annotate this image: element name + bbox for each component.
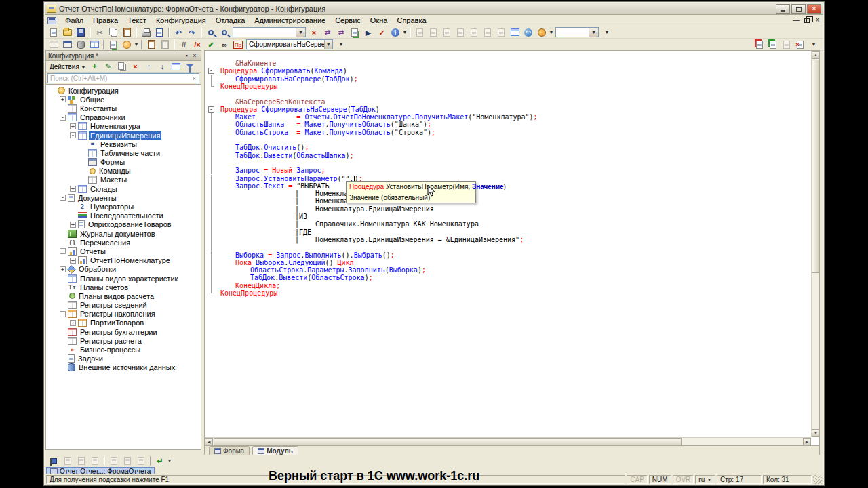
edit-icon[interactable]: ✎	[102, 61, 115, 72]
tree-item-Регистры накопления[interactable]: -Регистры накопления	[46, 310, 201, 319]
tree-item-Задачи[interactable]: Задачи	[46, 354, 201, 363]
procedure-combo-dropdown-icon[interactable]: ▼	[324, 40, 332, 49]
find-icon[interactable]	[205, 27, 217, 38]
panel-pin-icon[interactable]: ▪	[182, 52, 191, 59]
tree-item-Отчеты[interactable]: -Отчеты	[46, 247, 201, 256]
stop-debug-icon[interactable]	[495, 27, 507, 38]
prev-bookmark-icon[interactable]	[75, 455, 87, 466]
tree-item-Планы счетов[interactable]: ТтПланы счетов	[46, 283, 201, 291]
indent-right-icon[interactable]	[121, 455, 134, 466]
tree-item-Табличные части[interactable]: Табличные части	[46, 148, 201, 157]
comment-icon[interactable]: //	[178, 39, 190, 50]
more-buttons-icon[interactable]: ▼	[601, 27, 613, 38]
collapse-icon[interactable]: -	[60, 195, 66, 201]
undo-icon[interactable]: ↶	[172, 27, 184, 38]
mdi-close-button[interactable]: ×	[812, 16, 823, 25]
find-next-icon[interactable]	[218, 27, 231, 38]
menu-справка[interactable]: Справка	[392, 15, 431, 26]
menu-правка[interactable]: Правка	[88, 15, 123, 26]
next-bookmark-icon[interactable]	[62, 455, 74, 466]
timer-icon-dropdown[interactable]: ▼	[549, 30, 554, 35]
actions-menu-button[interactable]: Действия ▼	[47, 62, 88, 71]
goto-line-icon[interactable]	[349, 27, 361, 38]
tree-item-ОприходованиеТоваров[interactable]: +ОприходованиеТоваров	[46, 220, 201, 229]
scroll-down-icon[interactable]: ▼	[812, 429, 820, 437]
move-up-icon[interactable]: ↑	[143, 61, 155, 72]
run-to-cursor-icon[interactable]	[454, 27, 467, 38]
print-preview-icon[interactable]	[153, 27, 165, 38]
breakpoints-list-icon[interactable]	[481, 27, 494, 38]
panel-close-icon[interactable]: ×	[191, 52, 199, 59]
tree-item-Конфигурация[interactable]: Конфигурация	[46, 86, 201, 95]
check-module-icon[interactable]: ✓	[376, 27, 388, 38]
procedures-list-icon[interactable]: ∞	[218, 39, 231, 50]
tree-item-Реквизиты[interactable]: ≡Реквизиты	[46, 140, 201, 148]
help-icon[interactable]: i	[389, 27, 401, 38]
sort-icon[interactable]	[170, 61, 182, 72]
tree-item-Документы[interactable]: -Документы	[46, 193, 201, 202]
configuration-icon[interactable]	[47, 39, 60, 50]
language-indicator[interactable]: ru ▼	[695, 475, 715, 484]
clear-tree-search-icon[interactable]: ×	[190, 75, 199, 82]
tree-item-ЕдиницыИзмерения[interactable]: -ЕдиницыИзмерения	[46, 131, 201, 140]
tree-item-Макеты[interactable]: Макеты	[46, 176, 201, 184]
clear-search-icon[interactable]: ×	[308, 27, 320, 38]
step-over-icon[interactable]	[414, 27, 426, 38]
expand-icon[interactable]: +	[70, 186, 76, 192]
add-icon[interactable]: +	[89, 61, 101, 72]
menu-отладка[interactable]: Отладка	[211, 15, 250, 26]
menu-сервис[interactable]: Сервис	[330, 15, 366, 26]
measure-icon[interactable]	[509, 27, 521, 38]
filter-icon[interactable]	[184, 61, 196, 72]
window-next-icon[interactable]	[767, 39, 779, 50]
tree-item-Планы видов характеристик[interactable]: Планы видов характеристик	[46, 274, 201, 283]
start-debug-icon[interactable]: ▶	[362, 27, 374, 38]
save-copy-icon[interactable]	[145, 39, 157, 50]
collapse-icon[interactable]: -	[60, 248, 66, 254]
mdi-minimize-button[interactable]: —	[791, 16, 802, 25]
copy-icon[interactable]	[107, 27, 119, 38]
format-block-icon[interactable]	[108, 455, 120, 466]
fold-collapse-icon[interactable]: -	[207, 106, 214, 113]
save-icon[interactable]	[75, 27, 87, 38]
window-close-icon[interactable]: ×	[794, 39, 806, 50]
quick-search-combo-dropdown-icon[interactable]: ▼	[296, 28, 305, 37]
load-copy-icon[interactable]	[159, 39, 171, 50]
tree-item-Справочники[interactable]: -Справочники	[46, 113, 201, 122]
indent-left-icon[interactable]	[135, 455, 147, 466]
tree-item-ПартииТоваров[interactable]: +ПартииТоваров	[46, 319, 201, 327]
uncomment-icon[interactable]: /×	[191, 39, 203, 50]
menu-файл[interactable]: Файл	[60, 15, 88, 26]
scroll-up-icon[interactable]: ▲	[812, 51, 820, 59]
tree-item-Журналы документов[interactable]: Журналы документов	[46, 229, 201, 238]
goto-definition-icon[interactable]: ↵	[154, 455, 166, 466]
vertical-scrollbar[interactable]: ▲ ▼	[811, 51, 819, 437]
minimize-button[interactable]	[776, 4, 790, 14]
open-configuration-icon[interactable]	[61, 39, 73, 50]
help-icon-dropdown[interactable]: ▼	[402, 30, 408, 35]
tree-item-Планы видов расчета[interactable]: Планы видов расчета	[46, 291, 201, 300]
update-db-config-icon[interactable]	[107, 39, 119, 50]
tree-item-Формы[interactable]: Формы	[46, 158, 201, 167]
tree-item-Обработки[interactable]: +Обработки	[46, 265, 201, 274]
toggle-bookmark-icon[interactable]	[48, 455, 60, 466]
collapse-icon[interactable]: -	[70, 132, 76, 138]
mdi-child-icon[interactable]	[47, 17, 56, 24]
tree-item-Команды[interactable]: Команды	[46, 167, 201, 176]
tree-item-Бизнес-процессы[interactable]: »Бизнес-процессы	[46, 345, 201, 354]
tree-item-Внешние источники данных[interactable]: Внешние источники данных	[46, 363, 201, 372]
menu-конфигурация[interactable]: Конфигурация	[151, 15, 211, 26]
metadata-tree[interactable]: Конфигурация+ОбщиеКонстанты-Справочники+…	[46, 84, 201, 449]
menu-окна[interactable]: Окна	[366, 15, 393, 26]
performance-icon[interactable]: ◠	[522, 27, 534, 38]
replace-icon[interactable]: ⇄	[321, 27, 334, 38]
cut-icon[interactable]: ✂	[94, 27, 106, 38]
expand-icon[interactable]: +	[60, 96, 66, 102]
mdi-restore-button[interactable]	[802, 16, 812, 25]
tree-item-Общие[interactable]: +Общие	[46, 95, 201, 104]
current-procedure-icon[interactable]: Пр	[232, 39, 244, 50]
delete-icon[interactable]: ×	[130, 61, 142, 72]
collapse-icon[interactable]: -	[60, 311, 66, 317]
configuration-store-icon[interactable]	[121, 39, 133, 50]
window-list-icon[interactable]	[781, 39, 793, 50]
